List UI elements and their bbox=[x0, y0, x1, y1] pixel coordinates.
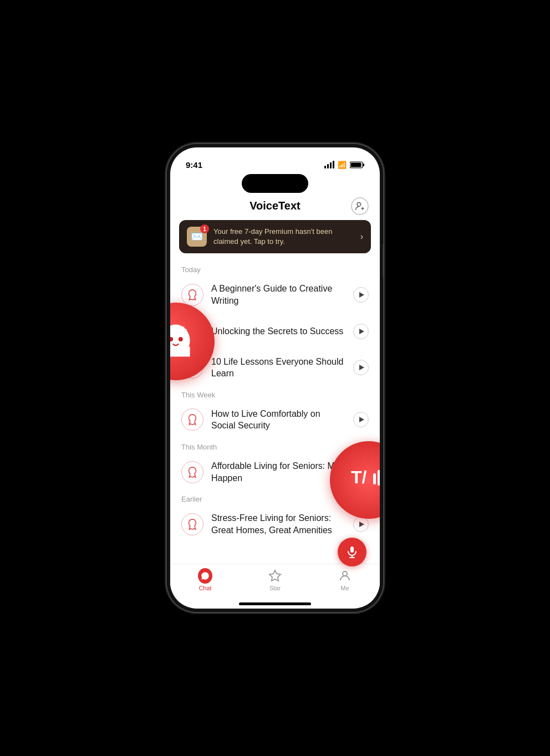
tab-star[interactable]: Star bbox=[256, 569, 294, 591]
me-tab-icon bbox=[338, 569, 352, 583]
add-person-button[interactable] bbox=[351, 197, 369, 215]
svg-rect-13 bbox=[350, 546, 354, 553]
dynamic-island bbox=[242, 174, 308, 193]
battery-icon bbox=[350, 161, 364, 168]
chat-tab-icon bbox=[198, 569, 212, 583]
promo-text: Your free 7-day Premium hasn't been clai… bbox=[213, 227, 354, 247]
item-title: How to Live Comfortably on Social Securi… bbox=[211, 408, 345, 432]
mic-fab-button[interactable] bbox=[338, 538, 366, 566]
play-button[interactable] bbox=[353, 287, 369, 303]
voice-record-icon: T/ bbox=[347, 458, 380, 502]
phone-screen: 9:41 📶 VoiceText bbox=[170, 147, 380, 609]
svg-point-8 bbox=[182, 351, 185, 354]
play-button[interactable] bbox=[353, 412, 369, 427]
section-label: Today bbox=[170, 261, 380, 276]
tab-chat[interactable]: Chat bbox=[186, 569, 225, 591]
side-button bbox=[383, 244, 383, 277]
list-item[interactable]: A Beginner's Guide to Creative Writing bbox=[170, 276, 380, 313]
status-time: 9:41 bbox=[186, 160, 202, 170]
play-icon bbox=[359, 329, 364, 334]
status-bar: 9:41 📶 bbox=[170, 147, 380, 174]
app-title: VoiceText bbox=[249, 200, 301, 212]
promo-chevron-icon: › bbox=[360, 232, 363, 242]
app-header: VoiceText bbox=[170, 193, 380, 217]
me-tab-label: Me bbox=[340, 585, 349, 591]
svg-rect-11 bbox=[378, 470, 380, 486]
tab-me[interactable]: Me bbox=[325, 569, 364, 591]
svg-point-3 bbox=[357, 202, 361, 206]
svg-marker-16 bbox=[269, 570, 281, 581]
content-area: Today A Beginner's Guide to Creative Wri… bbox=[170, 257, 380, 564]
item-avatar bbox=[181, 408, 203, 431]
phone-frame: 9:41 📶 VoiceText bbox=[167, 144, 383, 612]
svg-point-17 bbox=[343, 571, 347, 576]
tab-bar: Chat Star Me bbox=[170, 564, 380, 602]
svg-rect-1 bbox=[363, 164, 365, 166]
mic-icon bbox=[345, 545, 359, 559]
svg-rect-10 bbox=[373, 473, 376, 484]
promo-icon-wrap: ✉️ 1 bbox=[187, 227, 207, 247]
star-tab-icon bbox=[268, 569, 282, 583]
wifi-icon: 📶 bbox=[338, 161, 347, 169]
chat-tab-label: Chat bbox=[198, 585, 211, 591]
home-indicator bbox=[239, 602, 311, 605]
ghost-icon bbox=[170, 319, 198, 364]
svg-rect-2 bbox=[351, 162, 361, 167]
star-tab-label: Star bbox=[269, 585, 281, 591]
svg-text:T/: T/ bbox=[351, 467, 367, 487]
promo-banner[interactable]: ✉️ 1 Your free 7-day Premium hasn't been… bbox=[179, 220, 371, 253]
play-icon bbox=[359, 292, 364, 298]
play-button[interactable] bbox=[353, 360, 369, 375]
play-button[interactable] bbox=[353, 324, 369, 339]
status-icons: 📶 bbox=[324, 161, 364, 169]
item-avatar bbox=[181, 513, 203, 535]
item-avatar bbox=[181, 461, 203, 483]
section-label: This Week bbox=[170, 386, 380, 401]
item-title: A Beginner's Guide to Creative Writing bbox=[211, 283, 345, 307]
item-title: Stress-Free Living for Seniors: Great Ho… bbox=[211, 512, 345, 536]
item-title: 10 Life Lessons Everyone Should Learn bbox=[211, 356, 345, 380]
list-item[interactable]: How to Live Comfortably on Social Securi… bbox=[170, 401, 380, 438]
signal-icon bbox=[324, 161, 334, 168]
play-icon bbox=[359, 417, 364, 422]
promo-badge: 1 bbox=[200, 224, 209, 233]
item-title: Unlocking the Secrets to Success bbox=[211, 325, 345, 338]
play-icon bbox=[359, 365, 364, 370]
play-icon bbox=[359, 522, 364, 527]
svg-point-7 bbox=[179, 337, 183, 341]
item-avatar bbox=[181, 284, 203, 306]
